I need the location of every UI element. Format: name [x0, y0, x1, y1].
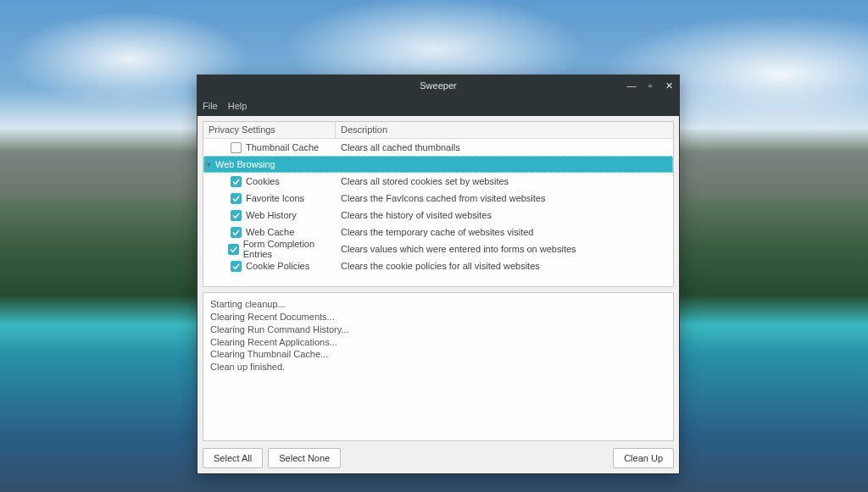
log-line: Clearing Run Command History...: [210, 323, 666, 336]
minimize-icon[interactable]: —: [626, 80, 637, 91]
label-web-browsing: Web Browsing: [214, 159, 275, 169]
label-web-cache: Web Cache: [246, 227, 294, 237]
tree-row-cookies[interactable]: Cookies Clears all stored cookies set by…: [203, 173, 673, 190]
checkbox-form-completion[interactable]: [228, 244, 239, 255]
log-line: Clearing Recent Documents...: [210, 311, 666, 323]
log-line: Starting cleanup...: [210, 298, 666, 311]
desc-favorite-icons: Clears the FavIcons cached from visited …: [336, 193, 673, 203]
checkbox-cookies[interactable]: [231, 176, 242, 187]
maximize-icon[interactable]: ▫: [645, 80, 655, 91]
menubar: File Help: [198, 96, 679, 116]
column-header-privacy[interactable]: Privacy Settings: [203, 122, 336, 138]
tree-row-web-cache[interactable]: Web Cache Clears the temporary cache of …: [203, 224, 673, 240]
tree-row-web-history[interactable]: Web History Clears the history of visite…: [203, 207, 673, 224]
log-line: Clearing Thumbnail Cache...: [210, 348, 666, 361]
checkbox-thumbnail-cache[interactable]: [231, 142, 242, 153]
select-none-button[interactable]: Select None: [268, 448, 341, 468]
app-window: Sweeper — ▫ ✕ File Help Privacy Settings…: [197, 75, 680, 474]
expand-icon[interactable]: ▾: [203, 160, 214, 169]
privacy-tree: Privacy Settings Description Thumbnail C…: [203, 121, 674, 287]
label-web-history: Web History: [246, 210, 297, 220]
titlebar[interactable]: Sweeper — ▫ ✕: [198, 75, 679, 96]
desc-cookie-policies: Clears the cookie policies for all visit…: [336, 261, 673, 271]
log-output: Starting cleanup... Clearing Recent Docu…: [203, 292, 674, 441]
desc-cookies: Clears all stored cookies set by website…: [336, 176, 673, 186]
checkbox-web-history[interactable]: [231, 210, 242, 221]
menu-help[interactable]: Help: [228, 101, 248, 111]
select-all-button[interactable]: Select All: [203, 448, 263, 468]
column-header-description[interactable]: Description: [336, 122, 673, 138]
checkbox-web-cache[interactable]: [231, 227, 242, 238]
tree-row-form-completion[interactable]: Form Completion Entries Clears values wh…: [203, 240, 673, 257]
tree-row-favorite-icons[interactable]: Favorite Icons Clears the FavIcons cache…: [203, 190, 673, 207]
tree-row-thumbnail-cache[interactable]: Thumbnail Cache Clears all cached thumbn…: [203, 139, 673, 156]
checkbox-favorite-icons[interactable]: [231, 193, 242, 204]
log-line: Clearing Recent Applications...: [210, 336, 666, 349]
label-thumbnail-cache: Thumbnail Cache: [246, 142, 319, 152]
desc-form-completion: Clears values which were entered into fo…: [336, 244, 673, 254]
label-cookie-policies: Cookie Policies: [246, 261, 309, 271]
clean-up-button[interactable]: Clean Up: [613, 448, 674, 468]
desc-web-history: Clears the history of visited websites: [336, 210, 673, 220]
label-favorite-icons: Favorite Icons: [246, 193, 304, 203]
window-title: Sweeper: [420, 80, 456, 91]
desc-web-cache: Clears the temporary cache of websites v…: [336, 227, 673, 237]
log-line: Clean up finished.: [210, 361, 666, 373]
close-icon[interactable]: ✕: [664, 80, 674, 91]
desc-thumbnail-cache: Clears all cached thumbnails: [336, 142, 673, 152]
menu-file[interactable]: File: [203, 101, 218, 111]
label-form-completion: Form Completion Entries: [243, 239, 336, 259]
tree-row-cookie-policies[interactable]: Cookie Policies Clears the cookie polici…: [203, 257, 673, 274]
checkbox-cookie-policies[interactable]: [231, 261, 242, 272]
tree-row-web-browsing[interactable]: ▾ Web Browsing: [203, 156, 673, 173]
label-cookies: Cookies: [246, 176, 280, 186]
